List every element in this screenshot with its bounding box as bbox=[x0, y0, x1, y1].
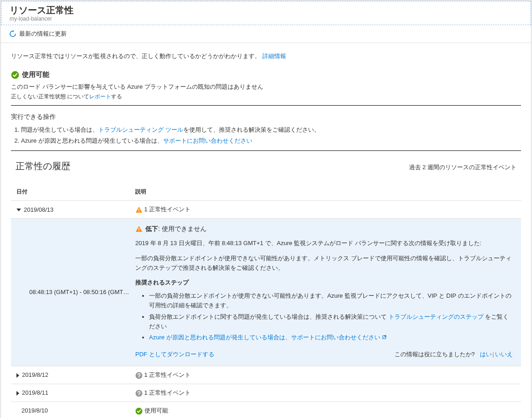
status-label: 使用可能 bbox=[22, 70, 49, 79]
troubleshoot-steps-link[interactable]: トラブルシューティングのステップ bbox=[388, 313, 484, 320]
history-table: 日付 説明 2019/08/13 1 正常性イベント08:48:13 (GMT+… bbox=[11, 183, 521, 418]
troubleshoot-tool-link[interactable]: トラブルシューティング ツール bbox=[98, 126, 183, 133]
status-ok-icon bbox=[11, 71, 19, 79]
unknown-icon bbox=[135, 390, 143, 397]
history-date: 2019/08/13 bbox=[24, 206, 53, 213]
warn-icon bbox=[135, 206, 143, 214]
col-desc: 説明 bbox=[130, 183, 521, 201]
detail-status-heading: 低下: 使用できません bbox=[135, 225, 513, 233]
action-item: Azure が原因と思われる問題が発生している場合は、サポートにお問い合わせくだ… bbox=[21, 137, 521, 145]
ok-icon bbox=[135, 407, 143, 415]
intro-text: リソース正常性ではリソースが監視されるので、正しく動作しているかどうかがわかりま… bbox=[11, 48, 521, 64]
report-link[interactable]: レポート bbox=[89, 93, 111, 100]
download-pdf-link[interactable]: PDF としてダウンロードする bbox=[135, 350, 214, 359]
feedback-row: この情報は役に立ちましたか? はい|いいえ bbox=[394, 350, 513, 359]
refresh-icon bbox=[9, 30, 16, 38]
history-detail-row: 08:48:13 (GMT+1) - 08:50:16 (GMT… 低下: 使用… bbox=[11, 219, 521, 366]
history-row[interactable]: 2019/8/11 1 正常性イベント bbox=[11, 384, 521, 402]
external-link-icon bbox=[381, 334, 387, 343]
intro-more-link[interactable]: 詳細情報 bbox=[262, 53, 286, 59]
history-row[interactable]: 2019/8/10 使用可能 bbox=[11, 402, 521, 418]
action-item: 問題が発生している場合は、トラブルシューティング ツールを使用して、推奨される解… bbox=[21, 126, 521, 134]
unknown-icon bbox=[135, 372, 143, 379]
actions-title: 実行できる操作 bbox=[11, 113, 521, 121]
feedback-yes-link[interactable]: はい bbox=[480, 351, 492, 358]
page-header: リソース正常性 my-load-balancer bbox=[1, 1, 531, 25]
history-desc: 1 正常性イベント bbox=[143, 389, 191, 396]
history-desc: 使用可能 bbox=[143, 407, 168, 414]
page-title: リソース正常性 bbox=[10, 4, 522, 16]
refresh-button[interactable]: 最新の情報に更新 bbox=[1, 25, 531, 43]
detail-line1: 2019 年 8 月 13 日火曜日、午前 8:48:13 GMT+1 で、Az… bbox=[135, 239, 513, 248]
chevron-right-icon bbox=[16, 373, 19, 378]
status-desc: このロード バランサーに影響を与えている Azure プラットフォームの既知の問… bbox=[11, 83, 521, 91]
history-date: 2019/8/12 bbox=[22, 371, 48, 378]
history-date: 2019/8/10 bbox=[21, 407, 48, 414]
actions-list: 問題が発生している場合は、トラブルシューティング ツールを使用して、推奨される解… bbox=[11, 126, 521, 145]
feedback-no-link[interactable]: いいえ bbox=[495, 351, 513, 358]
chevron-down-icon bbox=[16, 209, 21, 211]
history-desc: 1 正常性イベント bbox=[143, 371, 191, 378]
history-title: 正常性の履歴 bbox=[16, 160, 70, 172]
history-row[interactable]: 2019/08/13 1 正常性イベント bbox=[11, 201, 521, 219]
col-date: 日付 bbox=[11, 183, 130, 201]
step-item: 一部の負荷分散エンドポイントが使用できない可能性があります。Azure 監視ブレ… bbox=[149, 291, 513, 311]
chevron-right-icon bbox=[16, 391, 19, 396]
refresh-label: 最新の情報に更新 bbox=[19, 30, 67, 38]
step-item: Azure が原因と思われる問題が発生している場合は、サポートにお問い合わせくだ… bbox=[149, 333, 513, 343]
detail-line2: 一部の負荷分散エンドポイントが使用できない可能性があります。メトリックス ブレー… bbox=[135, 254, 513, 273]
warn-icon bbox=[135, 225, 143, 233]
resource-name: my-load-balancer bbox=[10, 16, 522, 22]
steps-list: 一部の負荷分散エンドポイントが使用できない可能性があります。Azure 監視ブレ… bbox=[135, 291, 513, 343]
history-subtitle: 過去 2 週間のリソースの正常性イベント bbox=[409, 163, 516, 171]
support-contact-link[interactable]: サポートにお問い合わせください bbox=[163, 137, 252, 144]
steps-title: 推奨されるステップ bbox=[135, 278, 513, 288]
step-item: 負荷分散エンドポイントに関する問題が発生している場合は、推奨される解決策について… bbox=[149, 312, 513, 332]
history-date: 2019/8/11 bbox=[22, 389, 48, 396]
azure-support-link[interactable]: Azure が原因と思われる問題が発生している場合は、サポートにお問い合わせくだ… bbox=[149, 334, 380, 341]
status-report-row: 正しくない正常性状態 についてレポートする bbox=[11, 93, 521, 101]
history-desc: 1 正常性イベント bbox=[143, 206, 191, 213]
history-row[interactable]: 2019/8/12 1 正常性イベント bbox=[11, 366, 521, 384]
detail-time: 08:48:13 (GMT+1) - 08:50:16 (GMT… bbox=[11, 219, 130, 366]
status-heading: 使用可能 bbox=[11, 70, 521, 79]
